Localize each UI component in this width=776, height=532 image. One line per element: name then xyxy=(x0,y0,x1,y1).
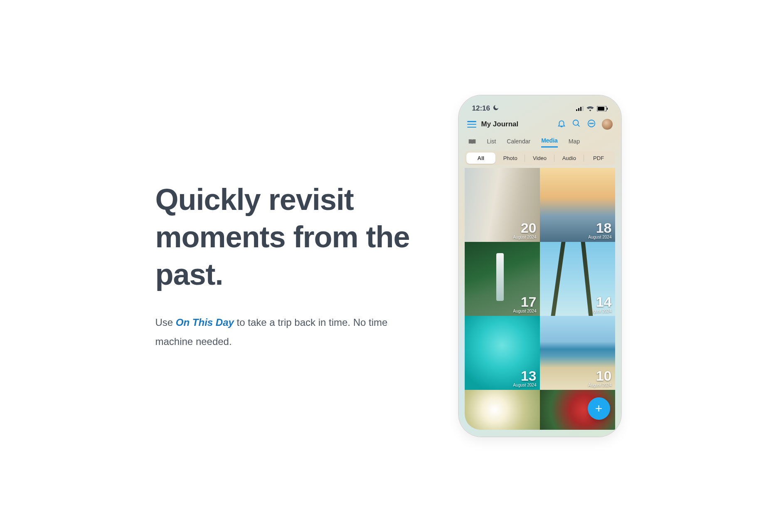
book-icon[interactable] xyxy=(468,138,476,146)
wifi-icon xyxy=(586,106,594,111)
media-item-surfboards[interactable]: 20 August 2024 xyxy=(465,168,540,242)
hero-copy: Quickly revisit moments from the past. U… xyxy=(155,181,421,351)
moon-icon xyxy=(493,104,499,113)
svg-rect-3 xyxy=(582,106,584,111)
media-filters: All Photo Video Audio PDF xyxy=(465,151,615,165)
svg-line-8 xyxy=(577,125,579,127)
svg-rect-1 xyxy=(578,108,579,111)
hero-heading: Quickly revisit moments from the past. xyxy=(155,181,421,293)
media-month: August 2024 xyxy=(513,235,536,239)
menu-icon[interactable] xyxy=(467,121,476,128)
media-date: 10 August 2024 xyxy=(588,369,611,387)
phone-mock: 12:16 xyxy=(459,96,621,436)
filter-photo[interactable]: Photo xyxy=(495,153,525,164)
tab-map[interactable]: Map xyxy=(569,138,580,147)
search-icon[interactable] xyxy=(572,119,581,130)
media-date: 13 August 2024 xyxy=(513,369,536,387)
filter-pdf[interactable]: PDF xyxy=(584,153,613,164)
media-item-paddleboard[interactable]: 18 August 2024 xyxy=(540,168,615,242)
media-date: 18 August 2024 xyxy=(588,221,611,239)
filter-video[interactable]: Video xyxy=(525,153,554,164)
media-date: 20 August 2024 xyxy=(513,221,536,239)
filter-audio[interactable]: Audio xyxy=(554,153,584,164)
media-day: 20 xyxy=(513,221,536,235)
avatar[interactable] xyxy=(602,119,613,130)
media-month: August 2024 xyxy=(588,235,611,239)
hero-subtext-prefix: Use xyxy=(155,317,176,328)
media-item-beach[interactable]: 10 August 2024 xyxy=(540,316,615,390)
svg-point-10 xyxy=(589,123,590,124)
more-icon[interactable] xyxy=(587,119,596,130)
media-date: 17 August 2024 xyxy=(513,295,536,313)
app-header: My Journal xyxy=(465,115,615,133)
svg-rect-5 xyxy=(598,107,604,111)
status-bar: 12:16 xyxy=(465,102,615,115)
media-day: 18 xyxy=(588,221,611,235)
svg-point-11 xyxy=(591,123,592,124)
media-day: 14 xyxy=(588,295,611,309)
media-item-snorkel[interactable]: 13 August 2024 xyxy=(465,316,540,390)
marketing-section: Quickly revisit moments from the past. U… xyxy=(0,0,776,532)
media-day: 17 xyxy=(513,295,536,309)
svg-rect-0 xyxy=(576,109,577,111)
svg-point-12 xyxy=(592,123,593,124)
journal-title[interactable]: My Journal xyxy=(481,120,519,128)
svg-rect-6 xyxy=(607,108,608,110)
media-month: August 2024 xyxy=(588,309,611,313)
media-grid: 20 August 2024 18 August 2024 17 August … xyxy=(465,168,615,430)
media-month: August 2024 xyxy=(513,383,536,387)
svg-rect-2 xyxy=(580,107,581,111)
media-date: 14 August 2024 xyxy=(588,295,611,313)
media-item-palms[interactable]: 14 August 2024 xyxy=(540,242,615,316)
tab-list[interactable]: List xyxy=(487,138,496,147)
bell-icon[interactable] xyxy=(557,119,566,130)
signal-icon xyxy=(576,106,584,111)
battery-icon xyxy=(597,106,608,111)
add-entry-button[interactable]: + xyxy=(588,397,610,420)
media-item-flower[interactable] xyxy=(465,390,540,430)
media-month: August 2024 xyxy=(588,383,611,387)
svg-point-7 xyxy=(573,120,578,126)
plus-icon: + xyxy=(595,401,603,416)
tab-media[interactable]: Media xyxy=(541,137,558,148)
filter-all[interactable]: All xyxy=(466,153,496,164)
tab-calendar[interactable]: Calendar xyxy=(507,138,530,147)
view-tabs: List Calendar Media Map xyxy=(465,133,615,148)
hero-subtext: Use On This Day to take a trip back in t… xyxy=(155,313,421,351)
media-month: August 2024 xyxy=(513,309,536,313)
media-day: 10 xyxy=(588,369,611,383)
hero-subtext-highlight: On This Day xyxy=(176,317,234,328)
media-item-waterfall[interactable]: 17 August 2024 xyxy=(465,242,540,316)
media-day: 13 xyxy=(513,369,536,383)
status-time: 12:16 xyxy=(472,104,490,113)
